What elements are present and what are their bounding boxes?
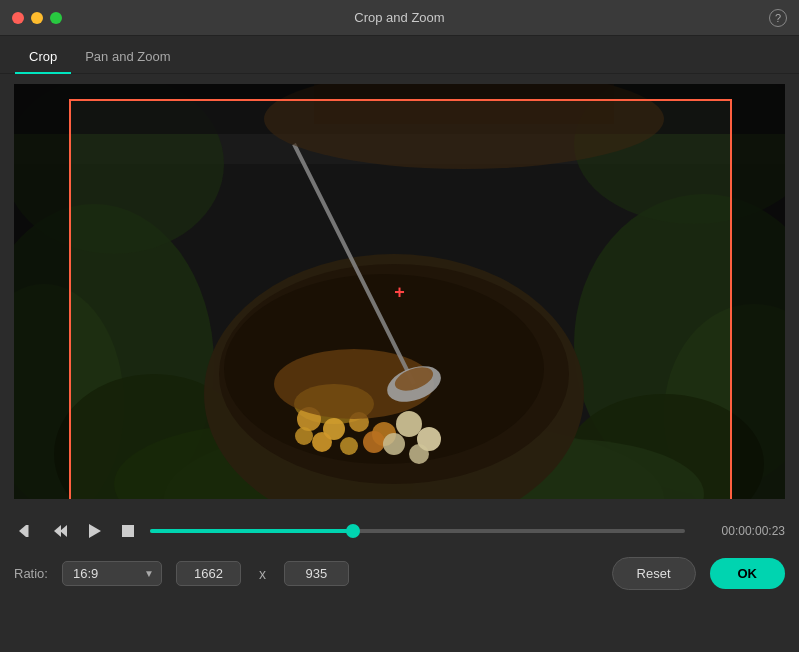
svg-point-28 bbox=[409, 444, 429, 464]
ok-button[interactable]: OK bbox=[710, 558, 786, 589]
svg-rect-41 bbox=[122, 525, 134, 537]
help-button[interactable]: ? bbox=[769, 9, 787, 27]
progress-bar[interactable] bbox=[150, 529, 685, 533]
title-bar: Crop and Zoom ? bbox=[0, 0, 799, 36]
svg-point-24 bbox=[295, 427, 313, 445]
svg-marker-38 bbox=[54, 525, 61, 537]
progress-fill bbox=[150, 529, 353, 533]
window-controls bbox=[12, 12, 62, 24]
svg-rect-35 bbox=[314, 84, 614, 124]
rewind-icon bbox=[17, 522, 35, 540]
svg-point-21 bbox=[312, 432, 332, 452]
svg-rect-37 bbox=[26, 525, 29, 537]
reset-button[interactable]: Reset bbox=[612, 557, 696, 590]
width-input[interactable] bbox=[176, 561, 241, 586]
stop-icon bbox=[119, 522, 137, 540]
svg-marker-39 bbox=[60, 525, 67, 537]
maximize-button[interactable] bbox=[50, 12, 62, 24]
window-title: Crop and Zoom bbox=[354, 10, 444, 25]
tab-crop[interactable]: Crop bbox=[15, 41, 71, 74]
tab-pan-zoom[interactable]: Pan and Zoom bbox=[71, 41, 184, 74]
svg-point-22 bbox=[340, 437, 358, 455]
svg-point-27 bbox=[383, 433, 405, 455]
play-button[interactable] bbox=[82, 519, 106, 543]
scene-svg bbox=[14, 84, 785, 499]
ratio-select[interactable]: 16:9 4:3 1:1 9:16 Custom bbox=[62, 561, 162, 586]
svg-marker-36 bbox=[19, 525, 26, 537]
rewind-button[interactable] bbox=[14, 519, 38, 543]
svg-marker-40 bbox=[89, 524, 101, 538]
ratio-select-wrapper[interactable]: 16:9 4:3 1:1 9:16 Custom ▼ bbox=[62, 561, 162, 586]
video-canvas[interactable]: + bbox=[14, 84, 785, 499]
playback-controls: 00:00:00:23 bbox=[0, 509, 799, 551]
step-back-button[interactable] bbox=[48, 519, 72, 543]
minimize-button[interactable] bbox=[31, 12, 43, 24]
step-back-icon bbox=[51, 522, 69, 540]
close-button[interactable] bbox=[12, 12, 24, 24]
progress-thumb[interactable] bbox=[346, 524, 360, 538]
bottom-bar: Ratio: 16:9 4:3 1:1 9:16 Custom ▼ x Rese… bbox=[0, 551, 799, 604]
height-input[interactable] bbox=[284, 561, 349, 586]
main-content: + bbox=[0, 74, 799, 509]
dimension-separator: x bbox=[259, 566, 266, 582]
tab-bar: Crop Pan and Zoom bbox=[0, 36, 799, 74]
svg-point-25 bbox=[396, 411, 422, 437]
video-frame bbox=[14, 84, 785, 499]
stop-button[interactable] bbox=[116, 519, 140, 543]
time-display: 00:00:00:23 bbox=[695, 524, 785, 538]
svg-point-23 bbox=[363, 431, 385, 453]
play-icon bbox=[85, 522, 103, 540]
ratio-label: Ratio: bbox=[14, 566, 48, 581]
